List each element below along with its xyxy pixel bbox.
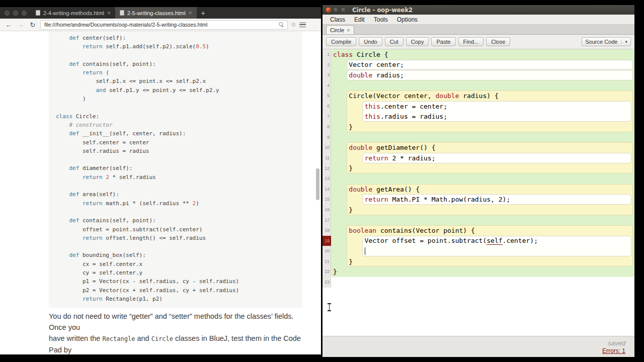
line-number: 9 [323,132,331,143]
new-tab-button[interactable]: + [197,9,210,17]
toolbar-button-paste[interactable]: Paste [431,37,455,46]
url-text: file:///home/andrew/Documents/oop-materi… [44,22,276,28]
line-number: 15 [323,194,331,205]
browser-nav-bar: ← → ↻ file:///home/andrew/Documents/oop-… [0,19,321,31]
line-number: 2 [323,60,331,70]
code-text: double getArea() { [333,184,420,195]
code-line: # constructor [56,121,295,129]
back-icon[interactable]: ← [4,21,13,29]
browser-window: 2-4-writing-methods.html×2-5-writing-cla… [0,7,321,354]
line-number: 16 [323,205,331,215]
code-text: } [333,163,353,174]
code-text: class Circle { [333,49,388,60]
url-bar[interactable]: file:///home/andrew/Documents/oop-materi… [40,20,288,30]
browser-page-content: def center(self): return self.p1.add(sel… [0,31,321,354]
view-selector-dropdown[interactable]: Source Code ▾ [582,37,631,46]
code-text: boolean contains(Vector point) { [333,225,475,236]
window-maximize-icon[interactable] [341,7,346,13]
line-number: 14 [323,184,331,195]
code-line [56,182,295,190]
window-close-icon[interactable] [5,11,10,16]
browser-tab-bar: 2-4-writing-methods.html×2-5-writing-cla… [0,7,321,19]
toolbar-button-compile[interactable]: Compile [326,37,356,46]
code-text: return Math.PI * Math.pow(radius, 2); [333,194,510,205]
toolbar-buttons: CompileUndoCutCopyPasteFind...Close [326,37,510,46]
window-maximize-icon[interactable] [22,11,27,16]
tab-close-icon[interactable]: × [107,10,111,17]
code-line: return ( [56,68,295,77]
tab-close-icon[interactable]: × [347,27,350,33]
code-line: p2 = Vector(cx + self.radius, cy + self.… [56,286,295,295]
line-content: } [331,256,634,267]
editor-line: 3 double radius; [323,70,634,80]
menu-options[interactable]: Options [392,16,422,23]
line-content [331,173,634,184]
line-content: } [331,266,634,277]
line-content: double getArea() { [331,184,634,195]
tab-label: Circle [330,27,344,33]
toolbar-button-copy[interactable]: Copy [406,37,429,46]
line-content: class Circle { [331,49,634,60]
scope-highlight [331,173,634,184]
editor-line: 14 double getArea() { [323,184,634,195]
line-number: 4 [323,80,331,91]
editor-line: 8 } [323,122,634,132]
browser-scrollbar-thumb[interactable] [316,168,319,200]
tab-circle[interactable]: Circle × [326,25,354,34]
window-close-icon[interactable]: × [326,7,331,13]
window-minimize-icon[interactable] [13,11,18,16]
chevron-down-icon: ▾ [621,39,627,44]
code-line: def contains(self, point): [56,216,295,225]
line-content: } [331,205,634,215]
toolbar-button-find[interactable]: Find... [458,37,484,46]
line-content: return Math.PI * Math.pow(radius, 2); [331,194,634,205]
code-line: def bounding_box(self): [56,251,295,259]
forward-icon[interactable]: → [16,21,25,29]
line-number: 11 [323,153,331,163]
tutorial-paragraph: You do not need to write “getter” and “s… [49,311,306,354]
scope-highlight [331,132,634,143]
bluej-code-editor[interactable]: 1class Circle {2 Vector center;3 double … [323,49,634,336]
line-number: 22 [323,266,331,277]
error-line-marker: 19 [323,236,331,246]
line-number: 8 [323,122,331,132]
errors-link[interactable]: Errors: 1 [602,347,625,354]
code-line: self.radius = radius [56,147,295,155]
toolbar-button-cut[interactable]: Cut [385,37,404,46]
browser-window-controls [0,11,31,16]
editor-line: 18 boolean contains(Vector point) { [323,225,634,236]
bluej-toolbar: CompileUndoCutCopyPasteFind...Close Sour… [323,35,634,49]
toolbar-button-undo[interactable]: Undo [359,37,382,46]
bluej-tab-strip: Circle × [323,25,634,35]
menu-class[interactable]: Class [326,16,350,23]
bluej-status-bar: saved Errors: 1 [323,336,634,357]
scope-highlight [347,163,633,174]
search-icon[interactable] [279,22,284,27]
bookmark-star-icon[interactable]: ☆ [291,21,296,28]
bluej-menu-bar: ClassEditToolsOptions [323,15,634,25]
line-number: 17 [323,215,331,226]
browser-tab[interactable]: 2-5-writing-classes.html× [115,7,197,19]
code-line: return self.p1.add(self.p2).scale(0.5) [56,42,295,51]
menu-tools[interactable]: Tools [369,16,392,23]
menu-icon[interactable] [299,23,306,27]
code-line: class Circle: [56,112,295,121]
menu-edit[interactable]: Edit [350,16,369,23]
editor-line: 6 this.center = center; [323,101,634,112]
line-content [331,132,634,143]
line-number: 3 [323,70,331,80]
reload-icon[interactable]: ↻ [28,21,37,29]
window-minimize-icon[interactable] [333,7,339,13]
line-number: 12 [323,163,331,174]
scope-highlight [362,246,631,256]
editor-line: 22} [323,266,634,277]
tab-close-icon[interactable]: × [189,10,192,17]
line-number: 23 [323,277,331,288]
toolbar-button-close[interactable]: Close [486,37,510,46]
browser-tabs: 2-4-writing-methods.html×2-5-writing-cla… [31,7,197,19]
browser-tab[interactable]: 2-4-writing-methods.html× [31,7,115,19]
code-line: ) [56,95,295,103]
line-number: 13 [323,173,331,184]
code-line: offset = point.subtract(self.center) [56,225,295,234]
line-content: double getDiameter() { [331,142,634,153]
